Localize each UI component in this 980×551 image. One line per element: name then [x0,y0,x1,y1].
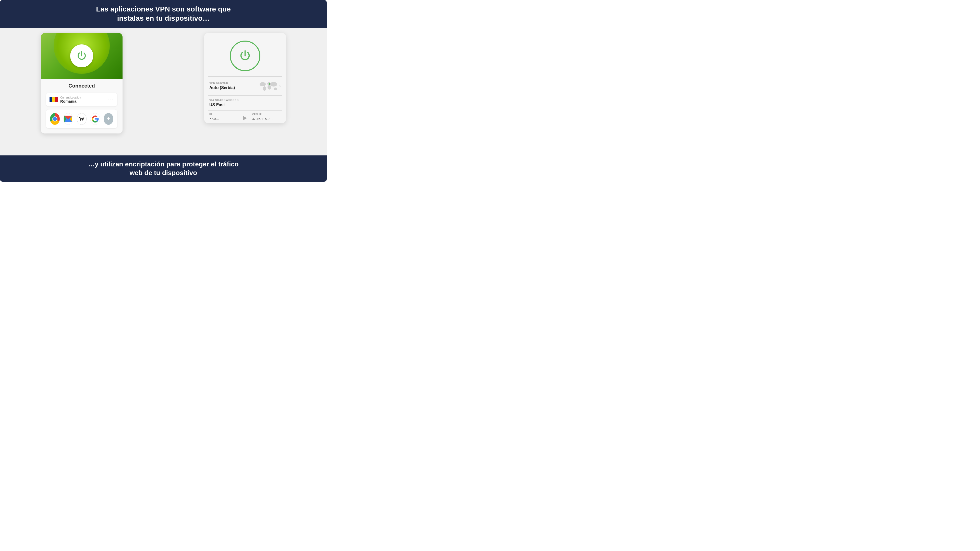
svg-point-9 [267,85,271,90]
gmail-svg [64,116,72,122]
bottom-banner: …y utilizan encriptación para proteger e… [0,156,327,182]
wiki-letter: W [79,116,84,122]
svg-point-11 [274,87,277,90]
vpn-server-inner: VPN SERVER Auto (Serbia) [209,79,281,92]
gmail-app-icon[interactable] [63,113,73,125]
svg-point-10 [270,82,277,87]
ip-label: IP [209,113,238,116]
top-banner-line1: Las aplicaciones VPN son software que [10,5,317,14]
vpn-header-right [204,33,286,76]
ip-col-left: IP 77.0… [209,113,238,121]
world-map-svg [259,79,279,92]
world-map [259,79,279,92]
power-icon-left [75,49,88,62]
right-panel: VPN SERVER Auto (Serbia) [163,28,327,156]
vpn-server-row[interactable]: VPN SERVER Auto (Serbia) [204,76,286,95]
plus-symbol: + [107,116,110,122]
google-app-icon[interactable] [90,113,100,125]
vpn-header-green [41,33,123,79]
vpn-app-left: Connected Current Location Romania [41,33,123,133]
left-panel: Connected Current Location Romania [0,28,163,156]
connected-status: Connected [46,83,118,89]
location-text: Current Location Romania [60,96,81,103]
svg-point-6 [259,82,266,86]
add-app-icon[interactable]: + [103,113,113,125]
flag-yellow [52,97,55,102]
play-triangle-icon [243,116,247,120]
vpn-server-value: Auto (Serbia) [209,86,259,90]
top-banner-line2: instalas en tu dispositivo… [10,14,317,23]
location-left: Current Location Romania [49,96,81,103]
ip-value: 77.0… [209,117,238,121]
vpn-body-left: Connected Current Location Romania [41,79,123,133]
romania-flag [49,97,58,102]
flag-red [55,97,58,102]
ip-col-right: VPN IP 37.46.115.0… [252,113,281,121]
apps-row: W + [46,110,118,129]
svg-point-7 [263,86,266,91]
bottom-banner-line2: web de tu dispositivo [10,169,317,177]
top-banner: Las aplicaciones VPN son software que in… [0,0,327,28]
vpn-ip-label: VPN IP [252,113,281,116]
power-icon-right [237,48,253,64]
via-row[interactable]: VIA SHADOWSOCKS US East [204,96,286,110]
via-label: VIA SHADOWSOCKS [209,99,281,102]
power-button-left[interactable] [70,44,93,67]
ip-row: IP 77.0… VPN IP 37.46.115.0… [204,111,286,123]
vpn-server-left: VPN SERVER Auto (Serbia) [209,82,259,90]
location-name: Romania [60,99,81,103]
google-svg [92,115,99,122]
chevron-right-icon: › [279,83,281,89]
main-content: Connected Current Location Romania [0,28,327,156]
vpn-ip-value: 37.46.115.0… [252,117,281,121]
wikipedia-app-icon[interactable]: W [77,113,87,125]
bottom-banner-line1: …y utilizan encriptación para proteger e… [10,160,317,169]
power-button-right[interactable] [230,41,260,71]
current-location-label: Current Location [60,96,81,99]
chrome-inner [52,116,57,121]
location-card[interactable]: Current Location Romania ··· [46,93,118,106]
dots-menu[interactable]: ··· [108,97,114,103]
svg-point-12 [269,83,270,85]
vpn-app-right: VPN SERVER Auto (Serbia) [204,33,286,123]
vpn-server-label: VPN SERVER [209,82,259,84]
chrome-app-icon[interactable] [50,113,60,125]
via-value: US East [209,103,281,107]
flag-blue [49,97,52,102]
